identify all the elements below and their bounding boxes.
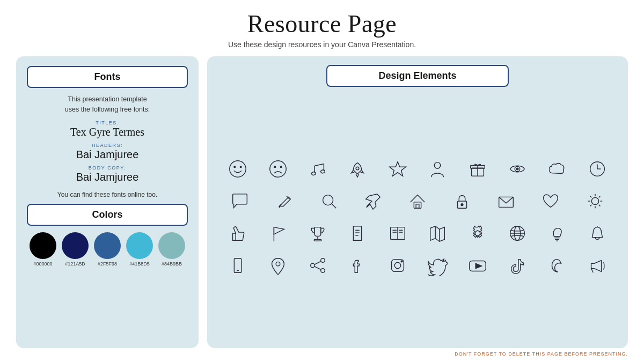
svg-point-2 — [240, 166, 241, 167]
color-hex-lightblue: #41B8D5 — [129, 261, 150, 267]
svg-point-74 — [401, 260, 402, 262]
lightbulb-icon — [541, 219, 573, 248]
svg-point-1 — [234, 166, 236, 167]
heart-icon — [535, 187, 567, 216]
svg-point-67 — [321, 258, 325, 262]
music-icon — [302, 154, 334, 183]
colors-header: Colors — [27, 204, 188, 226]
icons-grid — [218, 94, 617, 339]
pencil-icon — [268, 187, 301, 216]
svg-point-9 — [311, 171, 316, 175]
svg-rect-25 — [414, 202, 421, 208]
icons-row-3 — [218, 219, 617, 248]
svg-point-68 — [311, 263, 315, 268]
svg-marker-12 — [390, 161, 406, 176]
font-name-body: Bai Jamjuree — [76, 171, 139, 183]
map-icon — [421, 219, 453, 248]
mobile-icon — [222, 251, 254, 280]
clock-icon — [581, 154, 613, 183]
svg-point-66 — [276, 262, 280, 266]
svg-line-37 — [598, 196, 600, 197]
megaphone-icon — [581, 251, 613, 280]
icons-row-1 — [218, 154, 617, 183]
fonts-note: You can find these fonts online too. — [27, 191, 188, 198]
eye-icon — [501, 154, 533, 183]
svg-point-0 — [230, 160, 246, 176]
chat-icon — [224, 187, 256, 216]
smiley-icon — [222, 154, 254, 183]
left-panel: Fonts This presentation templateuses the… — [16, 56, 199, 348]
sun-icon — [579, 187, 611, 216]
color-circle-muted — [158, 232, 185, 259]
document-icon — [341, 219, 374, 248]
svg-line-35 — [590, 196, 591, 197]
fonts-description: This presentation templateuses the follo… — [27, 94, 188, 115]
svg-point-11 — [356, 167, 360, 170]
thumbsup-icon — [222, 219, 254, 248]
svg-point-30 — [591, 197, 598, 204]
trophy-icon — [302, 219, 334, 248]
svg-line-38 — [590, 204, 591, 206]
color-hex-muted: #84B9BB — [162, 261, 182, 267]
person-icon — [421, 154, 453, 183]
rocket-icon — [341, 154, 374, 183]
icons-row-2 — [218, 187, 617, 216]
color-swatch-black: #000000 — [30, 232, 56, 267]
flag-icon — [262, 219, 294, 248]
svg-point-56 — [475, 231, 480, 236]
color-swatch-navy: #121A5D — [62, 232, 89, 267]
sad-icon — [262, 154, 294, 183]
color-circle-black — [30, 232, 56, 259]
color-circle-lightblue — [126, 232, 153, 259]
location-icon — [262, 251, 294, 280]
svg-marker-76 — [475, 263, 481, 269]
gift-icon — [462, 154, 494, 183]
svg-point-10 — [320, 169, 325, 173]
color-swatches: #000000 #121A5D #2F5F98 #41B8D5 #84B9BB — [27, 232, 188, 267]
svg-point-18 — [516, 168, 518, 170]
svg-line-70 — [314, 261, 320, 264]
search-icon — [313, 187, 345, 216]
globe-icon — [501, 219, 533, 248]
bell-icon — [581, 219, 613, 248]
color-circle-blue — [94, 232, 121, 259]
facebook-icon — [341, 251, 374, 280]
share-icon — [302, 251, 334, 280]
lock-icon — [446, 187, 478, 216]
fonts-header: Fonts — [27, 66, 188, 88]
twitter-icon — [421, 251, 453, 280]
font-label-headers: HEADERS: — [27, 143, 188, 148]
svg-line-71 — [314, 266, 320, 269]
svg-point-3 — [269, 160, 286, 176]
cloud-icon — [541, 154, 573, 183]
color-hex-black: #000000 — [33, 261, 52, 267]
svg-point-28 — [461, 203, 463, 205]
color-swatch-blue: #2F5F98 — [94, 232, 121, 267]
font-name-titles: Tex Gyre Termes — [70, 126, 144, 138]
svg-line-24 — [331, 203, 336, 208]
svg-line-7 — [314, 164, 324, 166]
page-title: Resource Page — [247, 10, 397, 38]
font-label-titles: TITLES: — [27, 120, 188, 125]
main-content: Fonts This presentation templateuses the… — [16, 56, 628, 348]
font-entry-titles: TITLES: Tex Gyre Termes — [27, 120, 188, 138]
font-label-body: BODY COPY: — [27, 165, 188, 171]
svg-point-5 — [280, 166, 282, 167]
color-hex-blue: #2F5F98 — [98, 261, 117, 267]
moon-icon — [541, 251, 573, 280]
svg-line-36 — [598, 204, 600, 206]
svg-rect-26 — [416, 204, 419, 208]
youtube-icon — [462, 251, 494, 280]
font-entry-body: BODY COPY: Bai Jamjuree — [27, 165, 188, 183]
instagram-icon — [382, 251, 414, 280]
svg-marker-52 — [430, 226, 445, 241]
gear-icon — [462, 219, 494, 248]
page-wrapper: Resource Page Use these design resources… — [0, 0, 644, 362]
footer-note: DON'T FORGET TO DELETE THIS PAGE BEFORE … — [16, 351, 628, 357]
color-swatch-muted: #84B9BB — [158, 232, 185, 267]
svg-point-69 — [321, 268, 325, 272]
svg-rect-42 — [314, 239, 321, 241]
star-icon — [382, 154, 414, 183]
font-entry-headers: HEADERS: Bai Jamjuree — [27, 143, 188, 161]
design-elements-header: Design Elements — [326, 65, 509, 87]
